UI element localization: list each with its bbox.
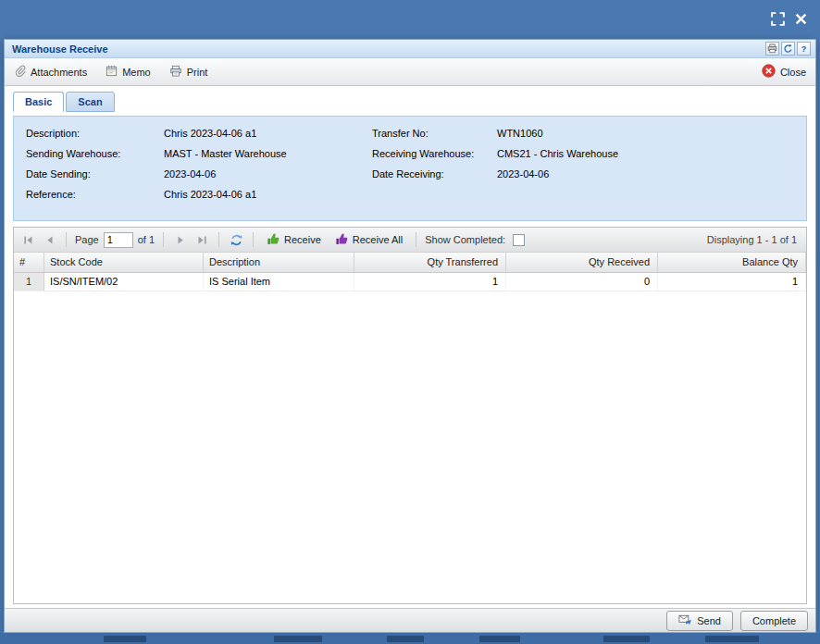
toolbar-separator	[218, 232, 219, 247]
grid-toolbar: Page of 1 Receive	[14, 228, 806, 253]
sending-warehouse-label: Sending Warehouse:	[26, 148, 164, 168]
background-artifact	[104, 636, 146, 642]
receive-all-label: Receive All	[353, 234, 403, 245]
background-artifact	[387, 636, 424, 642]
background-artifact	[705, 636, 759, 642]
screen-close-icon[interactable]	[795, 13, 807, 25]
thumbs-up-purple-icon	[335, 232, 349, 248]
receive-button[interactable]: Receive	[262, 230, 326, 250]
col-header-stock-code[interactable]: Stock Code	[44, 253, 204, 272]
titlebar-help-icon[interactable]: ?	[797, 42, 811, 56]
titlebar-print-icon[interactable]	[765, 42, 779, 56]
toolbar-separator	[253, 232, 254, 247]
attachments-button[interactable]: Attachments	[12, 63, 89, 80]
transfer-no-label: Transfer No:	[372, 128, 497, 148]
tab-basic[interactable]: Basic	[13, 92, 64, 112]
row-number-cell: 1	[14, 273, 44, 291]
col-header-qty-received[interactable]: Qty Received	[506, 253, 658, 272]
transfer-no-value: WTN1060	[497, 128, 543, 148]
description-cell: IS Serial Item	[204, 273, 354, 291]
close-button[interactable]: Close	[760, 62, 808, 81]
page-label: Page	[75, 234, 99, 245]
print-button[interactable]: Print	[168, 63, 210, 81]
print-label: Print	[187, 67, 208, 78]
background-artifact	[479, 636, 520, 642]
background-artifact	[603, 636, 650, 642]
warehouse-receive-window: Warehouse Receive ? Attachments Memo	[4, 39, 816, 633]
grid-empty-area	[14, 291, 806, 603]
send-envelope-icon	[678, 613, 692, 628]
displaying-status: Displaying 1 - 1 of 1	[707, 234, 801, 245]
qty-transferred-cell: 1	[354, 273, 506, 291]
footer-button-bar: Send Complete	[5, 608, 815, 632]
col-header-description[interactable]: Description	[204, 253, 354, 272]
col-header-rownum[interactable]: #	[14, 253, 44, 272]
items-grid: Page of 1 Receive	[13, 227, 807, 604]
toolbar-separator	[416, 232, 416, 247]
complete-label: Complete	[752, 615, 796, 626]
window-title: Warehouse Receive	[12, 43, 108, 55]
receive-all-button[interactable]: Receive All	[330, 230, 407, 250]
titlebar-refresh-icon[interactable]	[781, 42, 795, 56]
grid-header: # Stock Code Description Qty Transferred…	[14, 253, 806, 273]
info-left-column: Description: Chris 2023-04-06 a1 Sending…	[26, 128, 287, 209]
receive-label: Receive	[284, 234, 321, 245]
balance-qty-cell: 1	[658, 273, 806, 291]
send-label: Send	[697, 615, 721, 626]
page-of-label: of 1	[138, 234, 155, 245]
tab-strip: Basic Scan	[5, 86, 815, 112]
toolbar-separator	[66, 232, 67, 247]
description-label: Description:	[26, 128, 164, 148]
qty-received-cell: 0	[506, 273, 658, 291]
background-artifact	[274, 636, 322, 642]
col-header-qty-transferred[interactable]: Qty Transferred	[354, 253, 506, 272]
reference-label: Reference:	[26, 189, 164, 209]
receiving-warehouse-label: Receiving Warehouse:	[372, 148, 497, 168]
screen-top-controls	[770, 11, 807, 27]
paperclip-icon	[14, 65, 26, 79]
memo-button[interactable]: Memo	[104, 63, 153, 80]
close-label: Close	[780, 67, 806, 78]
tab-scan[interactable]: Scan	[66, 92, 114, 112]
date-receiving-label: Date Receiving:	[372, 168, 497, 189]
attachments-label: Attachments	[31, 67, 87, 78]
date-sending-value: 2023-04-06	[164, 168, 216, 189]
toolbar-separator	[163, 232, 164, 247]
table-row[interactable]: 1 IS/SN/ITEM/02 IS Serial Item 1 0 1	[14, 273, 806, 291]
next-page-button[interactable]	[172, 231, 189, 248]
background-page-strip	[0, 633, 820, 644]
reference-value: Chris 2023-04-06 a1	[164, 189, 256, 209]
printer-icon	[169, 65, 182, 80]
memo-label: Memo	[122, 67, 151, 78]
titlebar-tools: ?	[765, 42, 811, 56]
info-right-column: Transfer No: WTN1060 Receiving Warehouse…	[372, 128, 618, 189]
stock-code-cell: IS/SN/ITEM/02	[44, 273, 204, 291]
first-page-button[interactable]	[19, 231, 36, 248]
transfer-info-panel: Description: Chris 2023-04-06 a1 Sending…	[13, 116, 807, 221]
description-value: Chris 2023-04-06 a1	[164, 128, 256, 148]
col-header-balance-qty[interactable]: Balance Qty	[658, 253, 806, 272]
page-input[interactable]	[104, 232, 133, 248]
memo-icon	[106, 65, 118, 79]
last-page-button[interactable]	[193, 231, 210, 248]
show-completed-label: Show Completed:	[425, 234, 505, 245]
window-toolbar: Attachments Memo Print Close	[5, 58, 815, 86]
thumbs-up-green-icon	[267, 232, 280, 248]
receiving-warehouse-value: CMS21 - Chris Warehouse	[497, 148, 618, 168]
show-completed-checkbox[interactable]	[513, 234, 525, 246]
refresh-button[interactable]	[228, 231, 244, 248]
window-titlebar[interactable]: Warehouse Receive ?	[5, 40, 815, 58]
fullscreen-icon[interactable]	[770, 11, 786, 27]
close-circle-icon	[762, 64, 776, 80]
date-sending-label: Date Sending:	[26, 168, 164, 189]
prev-page-button[interactable]	[41, 231, 57, 248]
complete-button[interactable]: Complete	[740, 611, 808, 631]
date-receiving-value: 2023-04-06	[497, 168, 549, 189]
sending-warehouse-value: MAST - Master Warehouse	[164, 148, 287, 168]
send-button[interactable]: Send	[666, 611, 733, 631]
